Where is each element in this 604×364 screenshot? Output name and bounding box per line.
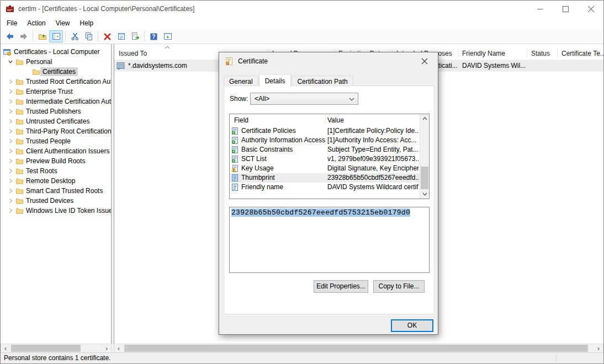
edit-properties-button[interactable]: Edit Properties... [314, 280, 368, 293]
up-one-level-button[interactable] [35, 30, 49, 42]
chevron-right-icon[interactable] [6, 188, 15, 194]
field-row-thumbprint[interactable]: Thumbprint 23928b65b50cbdf5267eeedfd... [230, 173, 420, 183]
folder-icon [15, 157, 24, 165]
chevron-right-icon[interactable] [6, 109, 15, 114]
copy-button[interactable] [82, 30, 96, 42]
tree-item-untrusted-certificates[interactable]: Untrusted Certificates [1, 116, 111, 126]
help-button[interactable]: ? [147, 30, 161, 42]
chevron-right-icon[interactable] [6, 138, 15, 144]
scroll-left-icon[interactable]: ‹ [114, 344, 123, 352]
critical-extension-icon [231, 165, 239, 172]
scrollbar-thumb[interactable] [421, 167, 428, 189]
copy-icon [84, 32, 93, 41]
tree-item-test-roots[interactable]: Test Roots [1, 166, 111, 176]
tree-item-client-authentication-issuers[interactable]: Client Authentication Issuers [1, 146, 111, 156]
chevron-down-icon [349, 98, 354, 101]
close-button[interactable] [578, 1, 603, 17]
field-detail-textbox[interactable]: 23928b65b50cbdf5267eeedfd5753215eb0179d0 [229, 207, 430, 273]
column-header-status[interactable]: Status [527, 47, 557, 60]
column-header-friendly-name[interactable]: Friendly Name [458, 47, 527, 60]
export-list-button[interactable] [128, 30, 142, 42]
field-row-authority-information-access[interactable]: Authority Information Access [1]Authorit… [230, 136, 420, 145]
tree-item-trusted-publishers[interactable]: Trusted Publishers [1, 106, 111, 116]
tree-item-intermediate-certification-authorities[interactable]: Intermediate Certification Authorities [1, 97, 111, 106]
field-name: SCT List [241, 154, 267, 164]
scrollbar-thumb[interactable] [124, 345, 588, 352]
chevron-right-icon[interactable] [6, 79, 15, 84]
column-divider[interactable] [527, 49, 527, 58]
field-row-friendly-name[interactable]: Friendly name DAVID Systems Wildcard cer… [230, 183, 420, 192]
chevron-right-icon[interactable] [6, 198, 15, 204]
tree-item-trusted-root-certification-authorities[interactable]: Trusted Root Certification Authorities [1, 77, 111, 87]
field-row-sct-list[interactable]: SCT List v1, 2979bef09e393921f05673... [230, 154, 420, 164]
tree-item-certificates[interactable]: Certificates [1, 67, 111, 77]
tree-item-trusted-devices[interactable]: Trusted Devices [1, 196, 111, 206]
tree-item-label: Certificates - Local Computer [12, 47, 102, 56]
chevron-right-icon[interactable] [6, 99, 15, 104]
chevron-right-icon[interactable] [6, 178, 15, 184]
tree-horizontal-scrollbar[interactable]: ‹ › [1, 344, 112, 353]
dialog-close-button[interactable] [412, 53, 437, 69]
field-row-basic-constraints[interactable]: Basic Constraints Subject Type=End Entit… [230, 145, 420, 154]
chevron-right-icon[interactable] [6, 129, 15, 134]
field-row-certificate-policies[interactable]: Certificate Policies [1]Certificate Poli… [230, 126, 420, 136]
show-action-pane-button[interactable] [161, 30, 174, 42]
tree-item-windows-live-id-token-issuer[interactable]: Windows Live ID Token Issuer [1, 206, 111, 216]
chevron-right-icon[interactable] [6, 89, 15, 94]
field-value: [1]Certificate Policy:Policy Ide... [327, 126, 418, 136]
menu-view[interactable]: View [51, 18, 75, 29]
properties-button[interactable] [114, 30, 128, 42]
menu-action[interactable]: Action [22, 18, 50, 29]
field-column-header[interactable]: Field [234, 116, 248, 124]
maximize-button[interactable] [553, 1, 578, 17]
back-button[interactable] [3, 30, 17, 42]
scroll-up-icon[interactable] [420, 114, 429, 123]
menu-help[interactable]: Help [75, 18, 99, 29]
tree-item-preview-build-roots[interactable]: Preview Build Roots [1, 156, 111, 166]
chevron-right-icon[interactable] [6, 158, 15, 164]
details-tab-page: Show: <All> Field Value Certificate Poli… [224, 85, 435, 314]
chevron-right-icon[interactable] [6, 148, 15, 154]
delete-button[interactable] [100, 30, 114, 42]
tree-item-certificates-local-computer[interactable]: Certificates - Local Computer [1, 47, 111, 57]
forward-button[interactable] [17, 30, 30, 42]
chevron-right-icon[interactable] [6, 119, 15, 124]
field-value: [1]Authority Info Access: Acc... [327, 136, 418, 145]
tree-item-label: Smart Card Trusted Roots [24, 186, 105, 195]
tree-item-enterprise-trust[interactable]: Enterprise Trust [1, 87, 111, 97]
ok-button[interactable]: OK [391, 319, 433, 332]
show-dropdown[interactable]: <All> [250, 93, 358, 105]
tab-certification-path[interactable]: Certification Path [292, 76, 353, 86]
copy-to-file-button[interactable]: Copy to File... [373, 280, 425, 293]
certificate-dialog-icon [225, 57, 234, 66]
chevron-right-icon[interactable] [6, 208, 15, 213]
cut-button[interactable] [68, 30, 82, 42]
chevron-right-icon[interactable] [6, 168, 15, 174]
folder-icon [15, 98, 24, 105]
value-column-header[interactable]: Value [327, 116, 344, 124]
field-row-key-usage[interactable]: Key Usage Digital Signature, Key Enciphe… [230, 164, 420, 173]
tree-item-smart-card-trusted-roots[interactable]: Smart Card Trusted Roots [1, 186, 111, 196]
chevron-down-icon[interactable] [6, 59, 15, 65]
list-horizontal-scrollbar[interactable]: ‹ › [114, 344, 603, 353]
scroll-right-icon[interactable]: › [102, 344, 111, 352]
column-divider[interactable] [557, 49, 558, 58]
console-tree: Certificates - Local Computer Personal C… [1, 44, 112, 344]
tree-item-personal[interactable]: Personal [1, 57, 111, 67]
show-console-tree-button[interactable] [49, 30, 63, 42]
tab-general[interactable]: General [224, 76, 258, 86]
scroll-right-icon[interactable]: › [594, 344, 603, 352]
menu-file[interactable]: File [2, 18, 22, 29]
scroll-left-icon[interactable]: ‹ [1, 344, 10, 352]
folder-icon [15, 137, 24, 145]
tree-item-trusted-people[interactable]: Trusted People [1, 136, 111, 146]
column-divider[interactable] [458, 49, 458, 58]
minimize-button[interactable] [527, 1, 553, 17]
tree-item-third-party-root-certification-authorities[interactable]: Third-Party Root Certification Authoriti… [1, 126, 111, 136]
field-list-vertical-scrollbar[interactable] [420, 114, 429, 199]
scroll-down-icon[interactable] [420, 190, 429, 199]
tab-details[interactable]: Details [259, 74, 292, 87]
column-header-certificate-template[interactable]: Certificate Te... [557, 47, 603, 60]
scrollbar-thumb[interactable] [11, 345, 81, 352]
tree-item-remote-desktop[interactable]: Remote Desktop [1, 176, 111, 186]
